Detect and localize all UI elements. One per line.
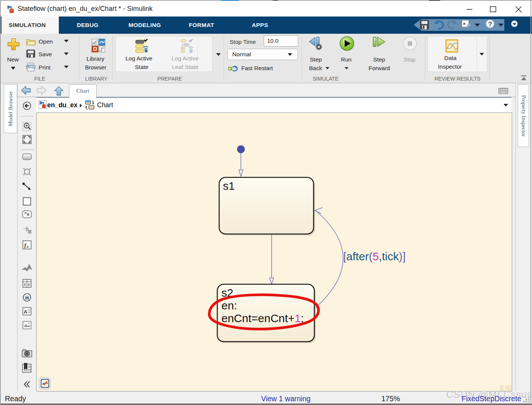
svg-text:enCnt=enCnt+1;: enCnt=enCnt+1;	[221, 312, 304, 324]
svg-text:s1: s1	[223, 180, 235, 192]
svg-text:[after(5,tick)]: [after(5,tick)]	[343, 250, 406, 262]
svg-text:T: T	[24, 283, 26, 287]
svg-text:F: F	[28, 283, 30, 287]
svg-text:?: ?	[488, 21, 492, 28]
svg-text:x: x	[26, 244, 29, 249]
svg-text:H: H	[25, 295, 29, 301]
svg-text:A: A	[24, 309, 28, 315]
svg-text:en:: en:	[221, 299, 237, 312]
svg-text:»: »	[463, 21, 466, 26]
